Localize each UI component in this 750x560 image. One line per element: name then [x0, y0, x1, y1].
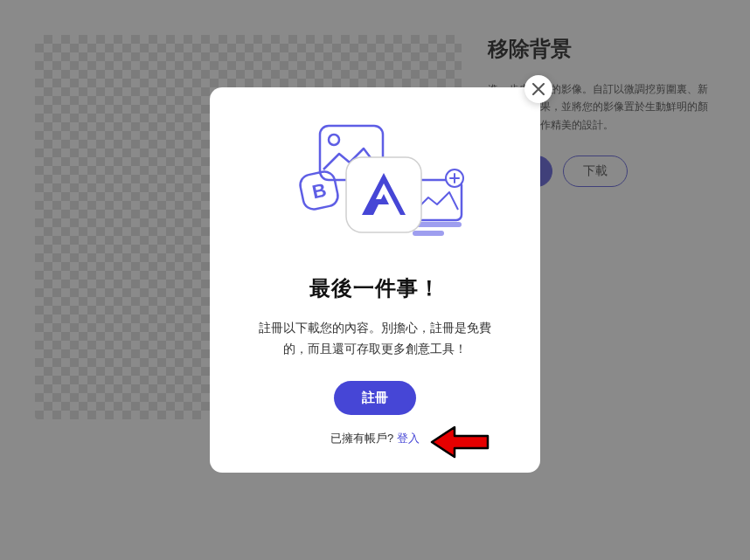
svg-text:B: B [310, 178, 329, 203]
modal-overlay: B 最後一件事！ 註冊以下載您的內容。別擔心，註冊是免費的，而且還可存取更多創意… [0, 0, 750, 560]
login-link[interactable]: 登入 [397, 432, 420, 445]
signup-button[interactable]: 註冊 [334, 381, 416, 415]
annotation-arrow-icon [428, 424, 490, 460]
modal-title: 最後一件事！ [241, 274, 509, 302]
svg-point-1 [329, 135, 339, 145]
close-icon [532, 83, 545, 95]
close-button[interactable] [524, 75, 552, 103]
have-account-text: 已擁有帳戶? [330, 432, 397, 445]
signup-modal: B 最後一件事！ 註冊以下載您的內容。別擔心，註冊是免費的，而且還可存取更多創意… [210, 87, 540, 474]
modal-body: 註冊以下載您的內容。別擔心，註冊是免費的，而且還可存取更多創意工具！ [241, 318, 509, 360]
svg-rect-6 [413, 231, 444, 236]
modal-illustration: B [274, 119, 476, 257]
